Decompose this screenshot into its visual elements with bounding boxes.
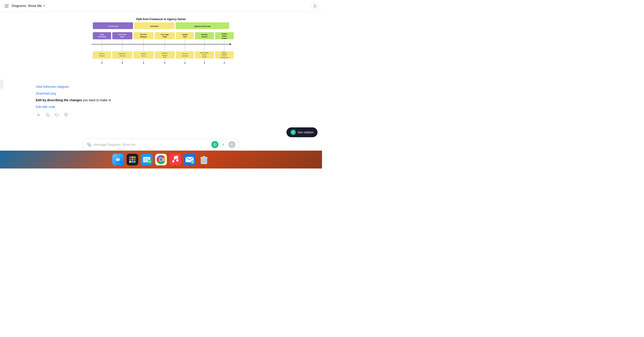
svg-rect-35 <box>48 114 50 116</box>
svg-point-64 <box>160 158 162 161</box>
download-png-link[interactable]: Download png <box>36 92 286 95</box>
down-arrowhead-7 <box>224 62 225 64</box>
new-chat-button[interactable] <box>4 3 10 9</box>
grammarly-icon[interactable]: G <box>220 141 227 148</box>
step-hire-first <box>134 32 154 39</box>
citation-label: Get citation <box>298 130 314 134</box>
svg-point-53 <box>131 161 134 163</box>
svg-point-43 <box>117 159 118 160</box>
svg-text:scale up: scale up <box>141 55 146 56</box>
citation-g-icon: G <box>290 130 296 135</box>
svg-text:range of: range of <box>202 54 207 55</box>
down-arrowhead-2 <box>122 62 123 64</box>
timeline-arrow <box>230 43 232 45</box>
svg-text:freelancer: freelancer <box>99 55 105 56</box>
phase-freelancing-label: Freelancing <box>108 25 118 27</box>
svg-text:entity: entity <box>163 56 166 58</box>
dock-trash[interactable] <box>198 154 210 165</box>
down-arrowhead-5 <box>184 62 186 64</box>
svg-text:Offer a broader: Offer a broader <box>200 52 208 53</box>
diagram-title: Path from Freelancer to Agency Owner <box>136 18 186 21</box>
sidebar-toggle[interactable]: › <box>0 80 4 89</box>
svg-rect-65 <box>170 154 181 165</box>
svg-point-60 <box>148 160 152 163</box>
dock-chrome[interactable] <box>155 154 167 165</box>
svg-point-52 <box>129 161 131 163</box>
substep-2 <box>112 51 132 58</box>
svg-point-51 <box>134 158 136 161</box>
dock-finder[interactable] <box>112 154 124 165</box>
message-input[interactable] <box>94 143 209 146</box>
get-citation-button[interactable]: G Get citation <box>286 127 318 137</box>
refresh-icon[interactable] <box>54 112 60 118</box>
speaker-icon[interactable] <box>36 112 42 118</box>
substep-5 <box>176 51 194 58</box>
down-arrowhead-4 <box>164 62 166 64</box>
edit-with-code-link[interactable]: Edit with code <box>36 105 286 109</box>
music-dot <box>175 165 176 166</box>
svg-point-47 <box>131 156 134 158</box>
input-actions: G <box>211 141 236 148</box>
dock <box>0 151 322 168</box>
thumbsdown-icon[interactable] <box>62 112 69 118</box>
svg-text:client base: client base <box>120 55 125 56</box>
svg-text:Hire First: Hire First <box>140 34 147 35</box>
svg-point-49 <box>129 158 131 161</box>
step-begin-freelancing <box>93 32 111 39</box>
copy-icon[interactable] <box>45 112 51 118</box>
attach-icon[interactable]: 📎 <box>86 142 92 147</box>
header: Diagrams: Show Me ▾ <box>0 0 322 12</box>
svg-text:business growth: business growth <box>220 57 228 58</box>
svg-text:Start as a: Start as a <box>99 53 105 54</box>
mail-dot <box>189 165 190 166</box>
svg-text:Employee: Employee <box>140 36 147 38</box>
svg-text:Decide to: Decide to <box>141 53 146 54</box>
svg-rect-76 <box>202 156 205 158</box>
svg-text:Expand: Expand <box>182 34 188 35</box>
edit-description-rest: you want to make or <box>82 98 111 102</box>
svg-point-48 <box>134 156 136 158</box>
svg-point-46 <box>129 156 131 158</box>
svg-rect-58 <box>144 159 149 160</box>
things-dot <box>146 165 147 166</box>
dock-mail[interactable] <box>184 154 196 165</box>
dock-music[interactable] <box>170 154 181 165</box>
step-diversify <box>195 32 214 39</box>
edit-description: Edit by describing the changes you want … <box>36 98 286 102</box>
svg-text:Grow Client: Grow Client <box>118 34 126 35</box>
message-input-box: 📎 G <box>83 139 239 151</box>
svg-rect-68 <box>174 160 174 161</box>
substep-1 <box>93 51 111 58</box>
svg-point-54 <box>134 161 136 163</box>
step-expand-team <box>176 32 194 39</box>
dock-launchpad[interactable] <box>126 154 138 165</box>
down-arrowhead-1 <box>101 62 103 64</box>
launchpad-dot <box>132 165 133 166</box>
svg-text:Team: Team <box>183 36 187 37</box>
dock-things[interactable] <box>141 154 152 165</box>
main-content: Path from Freelancer to Agency Owner Fre… <box>0 12 322 151</box>
svg-text:Hire more: Hire more <box>182 53 188 54</box>
diagram-container: Path from Freelancer to Agency Owner Fre… <box>18 16 304 79</box>
svg-text:services: services <box>202 56 206 57</box>
g-plus-icon[interactable] <box>211 141 218 148</box>
diagram-wrapper: Path from Freelancer to Agency Owner Fre… <box>88 16 234 79</box>
svg-text:Reach a: Reach a <box>222 52 226 53</box>
svg-point-42 <box>118 158 120 161</box>
view-fullscreen-link[interactable]: View fullscreen diagram <box>36 85 286 88</box>
title-chevron[interactable]: ▾ <box>44 4 45 7</box>
header-left: Diagrams: Show Me ▾ <box>4 3 45 9</box>
phase-transition-label: Transition <box>150 25 158 27</box>
svg-text:level of: level of <box>222 55 226 56</box>
share-button[interactable] <box>311 2 318 9</box>
svg-text:business: business <box>162 55 167 56</box>
svg-text:Services: Services <box>202 36 208 37</box>
chrome-dot <box>160 165 162 166</box>
step-grow-client <box>112 32 132 39</box>
trash-dot <box>204 165 204 166</box>
down-arrowhead-6 <box>204 62 205 64</box>
svg-text:Expand your: Expand your <box>119 53 126 54</box>
svg-text:Establish a: Establish a <box>162 52 168 54</box>
edit-description-bold: Edit by describing the changes <box>36 98 82 102</box>
send-button[interactable] <box>228 141 236 148</box>
